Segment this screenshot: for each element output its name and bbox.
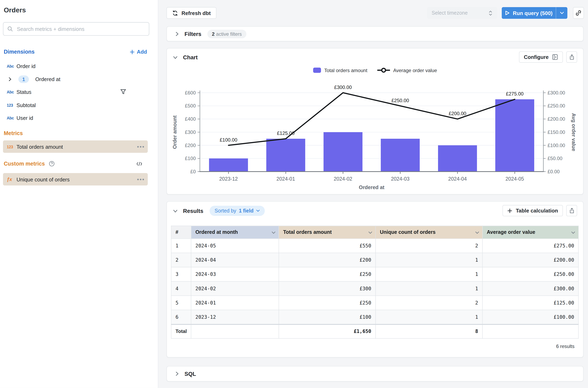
cell[interactable]: 2024-03	[191, 267, 279, 281]
chart-canvas[interactable]: £0£100£200£300£400£500£600£0.00£50.00£10…	[167, 85, 579, 195]
filters-section[interactable]: Filters 2active filters	[167, 26, 584, 41]
chevron-down-icon[interactable]	[571, 230, 575, 235]
total-unique-count: 8	[376, 324, 482, 339]
cell[interactable]: £275.00	[482, 239, 578, 253]
line-marker-icon	[377, 67, 390, 73]
explore-sidebar: Orders Dimensions Add Abc Order id 1 Ord…	[0, 0, 158, 388]
cell[interactable]: £250.00	[482, 267, 578, 281]
cell[interactable]: 5	[171, 295, 191, 310]
cell[interactable]: £300	[279, 281, 376, 295]
field-label: Ordered at	[35, 76, 61, 82]
cell[interactable]: 1	[171, 239, 191, 253]
export-chart-button[interactable]	[566, 51, 577, 63]
plus-icon	[507, 208, 512, 213]
svg-text:£250.00: £250.00	[547, 103, 565, 109]
share-link-button[interactable]	[573, 7, 584, 19]
cell[interactable]: 4	[171, 281, 191, 295]
run-query-main[interactable]: Run query (500)	[502, 7, 556, 19]
legend-label: Average order value	[393, 68, 437, 73]
run-query-dropdown[interactable]	[556, 7, 567, 19]
chevron-down-icon[interactable]	[368, 230, 372, 235]
cell[interactable]: £200	[279, 253, 376, 267]
cell[interactable]: £100	[279, 310, 376, 324]
chevron-down-icon[interactable]	[173, 55, 178, 60]
cell[interactable]: £300.00	[482, 281, 578, 295]
add-dimension-button[interactable]: Add	[130, 49, 147, 55]
legend-item-total-orders-amount[interactable]: Total orders amount	[313, 68, 368, 73]
more-options-icon[interactable]	[137, 179, 144, 180]
cell[interactable]: £250	[279, 295, 376, 310]
svg-text:£125.00: £125.00	[277, 130, 295, 136]
refresh-dbt-button[interactable]: Refresh dbt	[167, 7, 216, 19]
sidebar-item-subtotal[interactable]: 123 Subtotal	[3, 99, 148, 112]
filters-badge-text: active filters	[216, 31, 242, 37]
cell[interactable]: £250	[279, 267, 376, 281]
run-query-button[interactable]: Run query (500)	[502, 7, 567, 19]
chevron-down-icon[interactable]	[271, 230, 276, 235]
cell[interactable]: 6	[171, 310, 191, 324]
field-label: Unique count of orders	[16, 176, 70, 182]
cell[interactable]: £550	[279, 239, 376, 253]
more-options-icon[interactable]	[137, 146, 144, 147]
sidebar-item-status[interactable]: Abc Status	[3, 86, 148, 98]
svg-text:£250.00: £250.00	[392, 98, 409, 103]
cell[interactable]: 2023-12	[191, 310, 279, 324]
cell[interactable]: 2	[171, 253, 191, 267]
field-label: Subtotal	[16, 102, 36, 108]
chevron-down-icon[interactable]	[475, 230, 479, 235]
metrics-header: Metrics	[4, 130, 23, 136]
cell[interactable]: £200.00	[482, 253, 578, 267]
svg-text:Order amount: Order amount	[172, 115, 178, 149]
sidebar-item-unique-count-of-orders[interactable]: ƒx Unique count of orders	[3, 173, 148, 186]
column-header-average-order-value[interactable]: Average order value	[482, 226, 578, 239]
sidebar-item-user-id[interactable]: Abc User id	[3, 112, 148, 124]
table-calculation-button[interactable]: Table calculation	[502, 205, 563, 216]
chevron-right-icon[interactable]	[174, 31, 179, 36]
column-header-unique-count-of-orders[interactable]: Unique count of orders	[376, 226, 482, 239]
help-icon[interactable]	[49, 161, 55, 167]
filters-count: 2	[212, 31, 215, 37]
cell[interactable]: 1	[376, 310, 482, 324]
cell[interactable]: 2024-01	[191, 295, 279, 310]
sidebar-item-order-id[interactable]: Abc Order id	[3, 60, 148, 73]
cell[interactable]: 2024-02	[191, 281, 279, 295]
explore-page: Orders Dimensions Add Abc Order id 1 Ord…	[0, 0, 588, 388]
table-row: 32024-03£2501£250.00	[171, 267, 578, 281]
abc-icon: Abc	[7, 116, 16, 120]
search-box[interactable]	[3, 22, 149, 36]
timezone-select[interactable]: Select timezone	[427, 7, 497, 19]
cell[interactable]: 1	[376, 253, 482, 267]
cell[interactable]: 2	[376, 239, 482, 253]
search-input[interactable]	[16, 25, 145, 32]
sidebar-item-ordered-at[interactable]: 1 Ordered at	[3, 73, 148, 86]
column-header-total-orders-amount[interactable]: Total orders amount	[279, 226, 376, 239]
dimensions-header: Dimensions	[4, 49, 35, 55]
chevron-right-icon[interactable]	[7, 77, 14, 81]
table-row: 62023-12£1001£100.00	[171, 310, 578, 324]
cell[interactable]: 2024-04	[191, 253, 279, 267]
link-icon	[575, 10, 582, 16]
svg-text:£0.00: £0.00	[547, 169, 560, 174]
chevron-down-icon[interactable]	[173, 208, 178, 213]
cell[interactable]: 2	[376, 295, 482, 310]
configure-button[interactable]: Configure	[519, 51, 563, 63]
cell[interactable]: 3	[171, 267, 191, 281]
chevron-right-icon[interactable]	[174, 371, 179, 376]
chart-section: Chart Configure Total orders amount	[167, 48, 584, 194]
cell[interactable]: £100.00	[482, 310, 578, 324]
sidebar-item-total-orders-amount[interactable]: 123 Total orders amount	[3, 140, 148, 153]
code-icon[interactable]	[136, 161, 142, 167]
cell[interactable]: 1	[376, 281, 482, 295]
filter-funnel-icon[interactable]	[120, 89, 126, 96]
sql-section[interactable]: SQL	[167, 366, 584, 382]
legend-item-average-order-value[interactable]: Average order value	[377, 67, 437, 73]
column-header-index[interactable]: #	[171, 226, 191, 239]
export-results-button[interactable]	[566, 205, 577, 216]
svg-text:£300.00: £300.00	[334, 85, 352, 90]
column-header-ordered-at-month[interactable]: Ordered at month	[191, 226, 279, 239]
chart-legend: Total orders amount Average order value	[167, 66, 583, 74]
cell[interactable]: 1	[376, 267, 482, 281]
cell[interactable]: £125.00	[482, 295, 578, 310]
cell[interactable]: 2024-05	[191, 239, 279, 253]
sorted-by-pill[interactable]: Sorted by 1 field	[210, 206, 264, 216]
